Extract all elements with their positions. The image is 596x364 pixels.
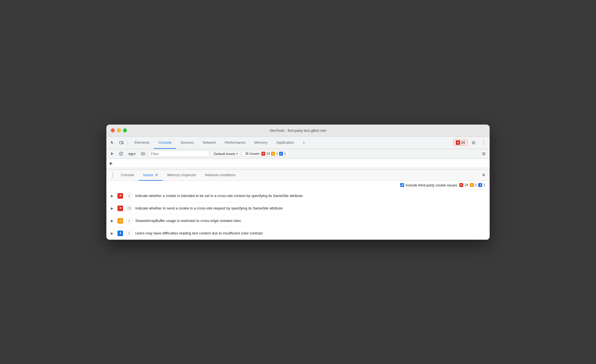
panel-tab-menu-button[interactable]: ⋮ — [109, 171, 116, 179]
issue-count-circle: 23 — [126, 205, 132, 212]
issue-row[interactable]: ▶ ℹ 1 Users may have difficulties readin… — [106, 227, 490, 240]
console-content: ▶ — [106, 159, 490, 167]
tab-more[interactable]: » — [298, 137, 309, 149]
tab-application[interactable]: Application — [272, 137, 299, 149]
issue-type-icon: ℹ — [117, 231, 123, 236]
context-label: top — [129, 152, 134, 156]
issues-count: 24 — [461, 141, 465, 145]
toolbar-divider — [127, 139, 128, 146]
svg-point-6 — [142, 153, 144, 154]
tab-sources[interactable]: Sources — [176, 137, 198, 149]
error-count-badge: ✕ — [261, 152, 265, 156]
tab-elements[interactable]: Elements — [130, 137, 154, 149]
maximize-button[interactable] — [123, 128, 127, 132]
svg-rect-0 — [120, 141, 122, 144]
expand-chevron-icon[interactable]: ▶ — [110, 161, 113, 165]
panel-tab-network-conditions[interactable]: Network conditions — [201, 170, 240, 181]
cursor-icon — [110, 140, 115, 145]
error-badge: ✕ — [459, 183, 463, 187]
info-count: 1 — [284, 152, 286, 156]
traffic-lights — [111, 128, 127, 132]
device-icon — [119, 140, 124, 145]
issue-row[interactable]: ▶ ✕ 23 Indicate whether to send a cookie… — [106, 202, 490, 215]
device-toolbar-button[interactable] — [117, 139, 125, 146]
error-badge-item: ✕ 24 — [459, 183, 468, 187]
issue-expand-icon: ▶ — [111, 219, 115, 223]
tab-memory[interactable]: Memory — [250, 137, 272, 149]
svg-marker-2 — [111, 152, 113, 155]
issue-type-icon: ✕ — [117, 206, 123, 211]
tab-network[interactable]: Network — [198, 137, 221, 149]
issues-badges-row: ✕ 24 ⚠ 1 ℹ 1 — [459, 183, 485, 187]
close-panel-button[interactable]: ✕ — [480, 171, 487, 179]
issue-text: SharedArrayBuffer usage is restricted to… — [135, 219, 485, 223]
panel-tabs-bar: ⋮ Console Issues ✕ Memory Inspector Netw… — [106, 170, 490, 181]
issue-text: Indicate whether to send a cookie in a c… — [135, 206, 485, 210]
console-settings-icon: ⚙ — [482, 151, 486, 156]
close-issues-tab-button[interactable]: ✕ — [155, 173, 158, 177]
issue-count-circle: 1 — [126, 230, 132, 237]
issue-row[interactable]: ▶ ⚠ 1 SharedArrayBuffer usage is restric… — [106, 215, 490, 227]
panel-tab-issues[interactable]: Issues ✕ — [139, 170, 163, 181]
minimize-button[interactable] — [117, 128, 121, 132]
play-icon — [110, 152, 114, 156]
levels-label: Default levels — [214, 152, 235, 156]
issue-expand-icon: ▶ — [111, 231, 115, 235]
issue-expand-icon: ▶ — [111, 206, 115, 210]
settings-button[interactable]: ⚙ — [470, 139, 477, 146]
main-nav-tabs: Elements Console Sources Network Perform… — [130, 137, 452, 149]
svg-rect-1 — [122, 142, 123, 144]
more-menu-button[interactable]: ⋮ — [480, 139, 487, 146]
tab-console[interactable]: Console — [154, 137, 176, 149]
more-icon: ⋮ — [481, 140, 486, 145]
issues-badge-button[interactable]: ✕ 24 — [453, 140, 467, 146]
include-label[interactable]: Include third-party cookie issues — [400, 183, 457, 187]
devtools-window: DevTools - first-party-test.glitch.me/ E… — [106, 125, 490, 240]
titlebar: DevTools - first-party-test.glitch.me/ — [106, 125, 490, 137]
issue-text: Indicate whether a cookie is intended to… — [135, 194, 485, 198]
svg-line-4 — [120, 153, 122, 155]
clear-console-button[interactable] — [117, 150, 125, 157]
warning-badge-count: 1 — [475, 183, 477, 187]
expand-area: ▶ — [106, 159, 490, 167]
levels-dropdown[interactable]: Default levels ▾ — [211, 151, 240, 157]
inspect-element-button[interactable] — [109, 139, 116, 146]
warning-count: 1 — [276, 152, 278, 156]
error-count: 24 — [266, 152, 270, 156]
filter-input[interactable] — [148, 150, 209, 157]
eye-icon — [141, 152, 145, 156]
issue-count-circle: 1 — [126, 193, 132, 199]
console-toolbar: top ▾ Default levels ▾ 26 Issues: ✕ 24 ⚠… — [106, 149, 490, 159]
info-count-badge: ℹ — [279, 152, 283, 156]
window-title: DevTools - first-party-test.glitch.me/ — [270, 128, 326, 133]
error-badge-icon: ✕ — [456, 140, 460, 145]
info-badge-count: 1 — [483, 183, 485, 187]
chevron-down-icon: ▾ — [134, 152, 136, 155]
console-settings-button[interactable]: ⚙ — [480, 150, 487, 157]
error-badge-count: 24 — [464, 183, 468, 187]
info-badge-item: ℹ 1 — [478, 183, 485, 187]
bottom-panel: ⋮ Console Issues ✕ Memory Inspector Netw… — [106, 170, 490, 240]
issues-list: ▶ ✕ 1 Indicate whether a cookie is inten… — [106, 190, 490, 240]
warning-badge: ⚠ — [470, 183, 474, 187]
issues-label: 26 Issues: — [245, 152, 260, 156]
warning-count-badge: ⚠ — [271, 152, 275, 156]
include-checkbox[interactable] — [400, 183, 404, 187]
panel-tab-console[interactable]: Console — [116, 170, 139, 181]
toolbar-right: ✕ 24 ⚙ ⋮ — [453, 139, 487, 146]
panel-tab-memory-inspector[interactable]: Memory Inspector — [163, 170, 201, 181]
eye-icon-button[interactable] — [139, 150, 147, 157]
issue-expand-icon: ▶ — [111, 194, 115, 198]
tab-performance[interactable]: Performance — [220, 137, 250, 149]
context-selector[interactable]: top ▾ — [126, 151, 138, 156]
execute-button[interactable] — [109, 150, 116, 157]
issues-count-bar[interactable]: 26 Issues: ✕ 24 ⚠ 1 ℹ 1 — [242, 151, 289, 156]
warning-badge-item: ⚠ 1 — [470, 183, 477, 187]
settings-icon: ⚙ — [472, 140, 475, 145]
close-button[interactable] — [111, 128, 115, 132]
issue-count-circle: 1 — [126, 218, 132, 224]
ban-icon — [119, 151, 123, 156]
issue-row[interactable]: ▶ ✕ 1 Indicate whether a cookie is inten… — [106, 190, 490, 202]
info-badge: ℹ — [478, 183, 482, 187]
issue-type-icon: ⚠ — [117, 218, 123, 224]
